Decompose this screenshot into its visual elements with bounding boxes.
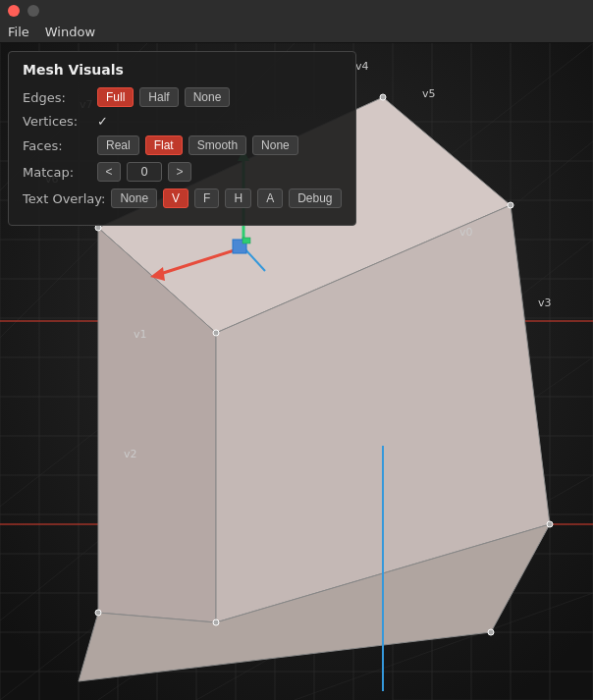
matcap-row: Matcap: < 0 >: [23, 162, 342, 182]
minimize-button[interactable]: [27, 5, 39, 17]
svg-point-57: [508, 202, 513, 208]
overlay-f-button[interactable]: F: [194, 188, 219, 208]
titlebar: [0, 0, 593, 22]
faces-label: Faces:: [23, 138, 91, 153]
overlay-h-button[interactable]: H: [225, 188, 251, 208]
svg-point-59: [95, 610, 101, 616]
matcap-label: Matcap:: [23, 165, 91, 180]
overlay-none-button[interactable]: None: [111, 188, 157, 208]
svg-rect-53: [243, 238, 250, 243]
overlay-a-button[interactable]: A: [257, 188, 283, 208]
faces-real-button[interactable]: Real: [97, 135, 139, 155]
text-overlay-label: Text Overlay:: [23, 191, 105, 206]
vertices-checkmark: ✓: [97, 114, 108, 129]
edges-half-button[interactable]: Half: [139, 87, 178, 107]
vertices-label: Vertices:: [23, 114, 91, 129]
overlay-v-button[interactable]: V: [163, 188, 189, 208]
svg-point-61: [213, 619, 219, 625]
edges-label: Edges:: [23, 90, 91, 105]
vertices-row: Vertices: ✓: [23, 114, 342, 129]
faces-row: Faces: Real Flat Smooth None: [23, 135, 342, 155]
matcap-prev-button[interactable]: <: [97, 162, 121, 182]
svg-point-62: [488, 629, 494, 635]
text-overlay-row: Text Overlay: None V F H A Debug: [23, 188, 342, 208]
svg-point-60: [547, 521, 553, 527]
menu-window[interactable]: Window: [45, 25, 95, 39]
edges-row: Edges: Full Half None: [23, 87, 342, 107]
svg-point-58: [213, 330, 219, 336]
matcap-next-button[interactable]: >: [168, 162, 191, 182]
matcap-value: 0: [127, 162, 162, 182]
menu-file[interactable]: File: [8, 25, 29, 39]
svg-point-56: [380, 94, 386, 100]
viewport[interactable]: v4 v5 v7 v6 v0 v3 v1 v2 Mesh Visuals Edg…: [0, 43, 593, 700]
edges-full-button[interactable]: Full: [97, 87, 134, 107]
faces-smooth-button[interactable]: Smooth: [189, 135, 246, 155]
faces-flat-button[interactable]: Flat: [145, 135, 183, 155]
close-button[interactable]: [8, 5, 20, 17]
edges-none-button[interactable]: None: [185, 87, 231, 107]
mesh-visuals-panel: Mesh Visuals Edges: Full Half None Verti…: [8, 51, 356, 226]
faces-none-button[interactable]: None: [252, 135, 298, 155]
panel-title: Mesh Visuals: [23, 62, 342, 78]
overlay-debug-button[interactable]: Debug: [289, 188, 341, 208]
menubar: File Window: [0, 22, 593, 43]
